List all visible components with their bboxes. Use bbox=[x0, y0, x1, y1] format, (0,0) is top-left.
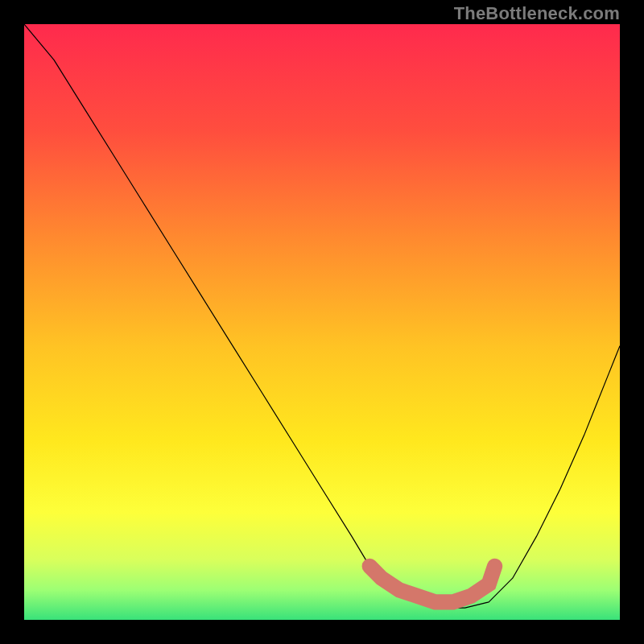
watermark-text: TheBottleneck.com bbox=[454, 3, 620, 24]
optimal-end-dot-1 bbox=[489, 560, 501, 572]
gradient-background bbox=[24, 24, 620, 620]
chart-frame: TheBottleneck.com bbox=[0, 0, 644, 644]
bottleneck-chart bbox=[24, 24, 620, 620]
optimal-end-dot-0 bbox=[364, 560, 376, 572]
